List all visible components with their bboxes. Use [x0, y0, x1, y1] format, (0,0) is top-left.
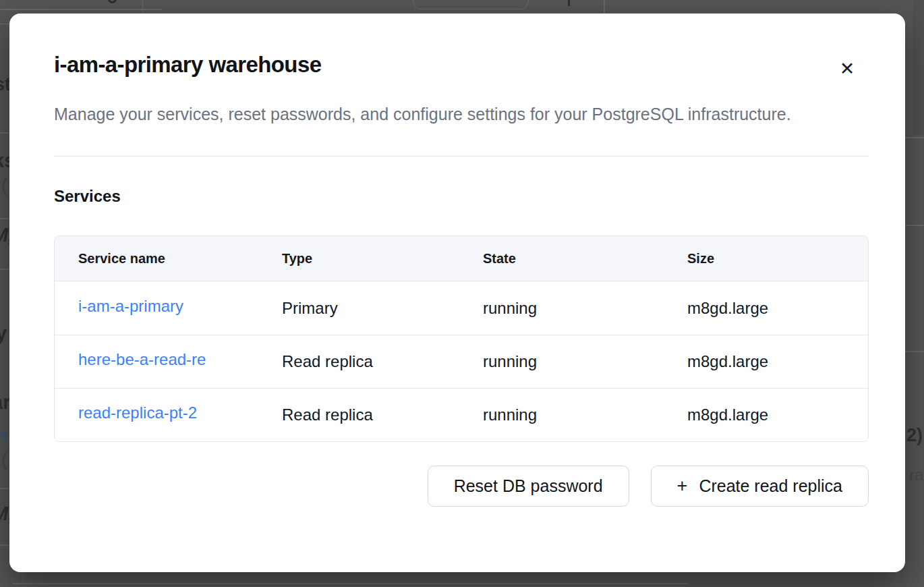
modal-title: i-am-a-primary warehouse: [54, 51, 869, 78]
reset-db-password-label: Reset DB password: [454, 476, 603, 496]
service-name-link[interactable]: here-be-a-read-re: [78, 350, 206, 369]
table-row: read-replica-pt-2 Read replica running m…: [55, 388, 868, 441]
table-header-row: Service name Type State Size: [55, 236, 868, 281]
background-divider: [0, 269, 9, 270]
background-text-fragment: (: [1, 449, 7, 470]
background-divider: [0, 9, 162, 10]
column-header-state: State: [459, 251, 664, 267]
column-header-size: Size: [664, 251, 868, 267]
service-type: Primary: [258, 299, 459, 318]
background-divider: [0, 132, 9, 134]
service-size: m8gd.large: [664, 406, 868, 424]
table-row: here-be-a-read-re Read replica running m…: [55, 335, 868, 388]
service-name-link[interactable]: i-am-a-primary: [78, 297, 183, 316]
background-divider: [0, 218, 9, 219]
modal-description: Manage your services, reset passwords, a…: [54, 100, 830, 128]
close-icon[interactable]: ✕: [832, 54, 862, 84]
background-text-fragment: (: [1, 175, 7, 196]
background-dropdown: [413, 0, 529, 9]
background-divider: [0, 544, 9, 546]
service-state: running: [459, 352, 664, 371]
background-panel-edge: [913, 0, 924, 135]
background-text-fragment: 2): [906, 425, 923, 446]
plus-icon: +: [677, 476, 688, 497]
service-state: running: [459, 406, 664, 424]
background-text-fragment: ra: [909, 466, 923, 484]
service-type: Read replica: [258, 406, 459, 424]
services-table: Service name Type State Size i-am-a-prim…: [54, 235, 869, 442]
background-divider: [12, 583, 688, 584]
background-link-fragment: in: [0, 425, 7, 446]
modal-actions: Reset DB password + Create read replica: [54, 466, 869, 507]
background-caret: [568, 0, 570, 6]
service-name-link[interactable]: read-replica-pt-2: [78, 403, 197, 422]
column-header-type: Type: [258, 251, 459, 267]
table-row: i-am-a-primary Primary running m8gd.larg…: [55, 281, 868, 335]
service-state: running: [459, 299, 664, 318]
service-type: Read replica: [258, 352, 459, 371]
divider: [54, 156, 869, 157]
create-read-replica-button[interactable]: + Create read replica: [651, 466, 869, 507]
warehouse-modal: ✕ i-am-a-primary warehouse Manage your s…: [9, 13, 905, 572]
services-heading: Services: [54, 186, 869, 206]
background-divider: [905, 137, 924, 138]
reset-db-password-button[interactable]: Reset DB password: [428, 466, 629, 507]
create-read-replica-label: Create read replica: [699, 476, 842, 496]
background-divider: [905, 351, 924, 352]
background-divider: [604, 0, 605, 13]
column-header-service-name: Service name: [55, 251, 258, 267]
service-size: m8gd.large: [664, 352, 868, 371]
background-text-fragment: y: [0, 323, 7, 345]
background-divider: [0, 488, 9, 489]
screen: st ks ( M, y ar in ( M, 2) ra ✕ i-am-a-p…: [0, 0, 924, 587]
background-divider: [905, 225, 924, 226]
service-size: m8gd.large: [664, 299, 868, 318]
